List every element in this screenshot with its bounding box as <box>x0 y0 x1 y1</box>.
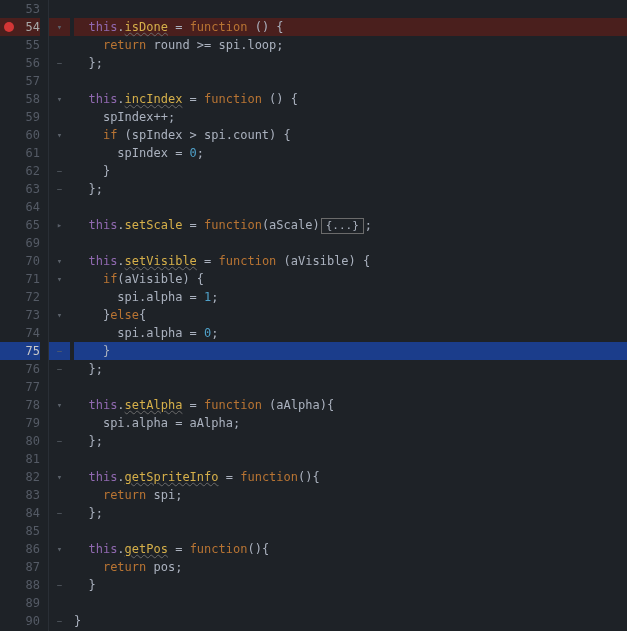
line-number[interactable]: 82 <box>0 468 40 486</box>
line-number[interactable]: 55 <box>0 36 40 54</box>
line-number[interactable]: 58 <box>0 90 40 108</box>
code-line[interactable] <box>74 0 627 18</box>
fold-marker[interactable] <box>49 486 70 504</box>
line-number[interactable]: 80 <box>0 432 40 450</box>
code-line[interactable]: if(aVisible) { <box>74 270 627 288</box>
fold-marker-open[interactable]: ▾ <box>49 252 70 270</box>
code-line[interactable]: }; <box>74 360 627 378</box>
code-line[interactable]: }; <box>74 432 627 450</box>
code-line[interactable]: this.setAlpha = function (aAlpha){ <box>74 396 627 414</box>
fold-marker-close[interactable]: − <box>49 54 70 72</box>
code-line[interactable] <box>74 234 627 252</box>
line-number[interactable]: 86 <box>0 540 40 558</box>
fold-marker-close[interactable]: − <box>49 342 70 360</box>
fold-marker[interactable] <box>49 36 70 54</box>
code-line[interactable]: } <box>74 342 627 360</box>
code-line[interactable]: return round >= spi.loop; <box>74 36 627 54</box>
line-number[interactable]: 83 <box>0 486 40 504</box>
line-number[interactable]: 76 <box>0 360 40 378</box>
line-number[interactable]: 75 <box>0 342 40 360</box>
fold-marker[interactable] <box>49 198 70 216</box>
fold-marker-open[interactable]: ▾ <box>49 306 70 324</box>
fold-marker[interactable] <box>49 378 70 396</box>
code-line[interactable]: this.incIndex = function () { <box>74 90 627 108</box>
line-number[interactable]: 53 <box>0 0 40 18</box>
fold-marker[interactable] <box>49 144 70 162</box>
fold-marker-open[interactable]: ▾ <box>49 540 70 558</box>
code-line[interactable]: this.getSpriteInfo = function(){ <box>74 468 627 486</box>
code-line[interactable]: }; <box>74 180 627 198</box>
fold-marker-close[interactable]: − <box>49 360 70 378</box>
fold-marker[interactable] <box>49 234 70 252</box>
code-line[interactable] <box>74 594 627 612</box>
line-number[interactable]: 73 <box>0 306 40 324</box>
code-area[interactable]: this.isDone = function () { return round… <box>70 0 627 631</box>
line-number[interactable]: 79 <box>0 414 40 432</box>
code-line[interactable] <box>74 522 627 540</box>
line-number[interactable]: 72 <box>0 288 40 306</box>
line-number[interactable]: 77 <box>0 378 40 396</box>
code-line[interactable] <box>74 198 627 216</box>
line-number[interactable]: 64 <box>0 198 40 216</box>
line-number[interactable]: 57 <box>0 72 40 90</box>
line-number[interactable]: 88 <box>0 576 40 594</box>
fold-marker-collapsed[interactable]: ▸ <box>49 216 70 234</box>
code-line[interactable]: }else{ <box>74 306 627 324</box>
code-line[interactable]: this.setVisible = function (aVisible) { <box>74 252 627 270</box>
fold-marker-open[interactable]: ▾ <box>49 468 70 486</box>
line-number[interactable]: 54 <box>0 18 40 36</box>
fold-marker[interactable] <box>49 558 70 576</box>
code-line[interactable]: spi.alpha = 1; <box>74 288 627 306</box>
line-number[interactable]: 90 <box>0 612 40 630</box>
code-line[interactable]: return spi; <box>74 486 627 504</box>
code-line[interactable] <box>74 450 627 468</box>
line-number[interactable]: 71 <box>0 270 40 288</box>
code-line[interactable]: } <box>74 612 627 630</box>
line-number[interactable]: 69 <box>0 234 40 252</box>
folded-region[interactable]: {...} <box>321 218 364 234</box>
breakpoint-icon[interactable] <box>4 22 14 32</box>
line-number[interactable]: 60 <box>0 126 40 144</box>
fold-marker-close[interactable]: − <box>49 432 70 450</box>
line-number[interactable]: 78 <box>0 396 40 414</box>
code-line[interactable]: spIndex = 0; <box>74 144 627 162</box>
code-line[interactable]: this.getPos = function(){ <box>74 540 627 558</box>
fold-marker-close[interactable]: − <box>49 612 70 630</box>
fold-marker-open[interactable]: ▾ <box>49 90 70 108</box>
line-number[interactable]: 89 <box>0 594 40 612</box>
line-number[interactable]: 61 <box>0 144 40 162</box>
line-number[interactable]: 70 <box>0 252 40 270</box>
fold-marker-close[interactable]: − <box>49 576 70 594</box>
code-line[interactable]: } <box>74 162 627 180</box>
fold-marker-close[interactable]: − <box>49 504 70 522</box>
fold-marker[interactable] <box>49 108 70 126</box>
code-line[interactable]: this.setScale = function(aScale){...}; <box>74 216 627 234</box>
code-line[interactable]: return pos; <box>74 558 627 576</box>
fold-marker-close[interactable]: − <box>49 162 70 180</box>
line-number[interactable]: 74 <box>0 324 40 342</box>
fold-marker[interactable] <box>49 324 70 342</box>
code-line[interactable]: } <box>74 576 627 594</box>
fold-marker[interactable] <box>49 594 70 612</box>
fold-marker-open[interactable]: ▾ <box>49 270 70 288</box>
fold-marker[interactable] <box>49 414 70 432</box>
line-number[interactable]: 81 <box>0 450 40 468</box>
code-line[interactable]: }; <box>74 54 627 72</box>
line-number[interactable]: 62 <box>0 162 40 180</box>
fold-marker-open[interactable]: ▾ <box>49 396 70 414</box>
code-line[interactable]: this.isDone = function () { <box>74 18 627 36</box>
fold-marker[interactable] <box>49 288 70 306</box>
fold-marker-open[interactable]: ▾ <box>49 126 70 144</box>
code-line[interactable]: spi.alpha = aAlpha; <box>74 414 627 432</box>
code-line[interactable] <box>74 72 627 90</box>
fold-marker[interactable] <box>49 72 70 90</box>
line-number[interactable]: 87 <box>0 558 40 576</box>
line-number[interactable]: 65 <box>0 216 40 234</box>
line-number[interactable]: 59 <box>0 108 40 126</box>
code-line[interactable]: spi.alpha = 0; <box>74 324 627 342</box>
code-line[interactable]: if (spIndex > spi.count) { <box>74 126 627 144</box>
fold-marker[interactable] <box>49 0 70 18</box>
fold-marker-open[interactable]: ▾ <box>49 18 70 36</box>
line-number[interactable]: 84 <box>0 504 40 522</box>
line-number[interactable]: 85 <box>0 522 40 540</box>
